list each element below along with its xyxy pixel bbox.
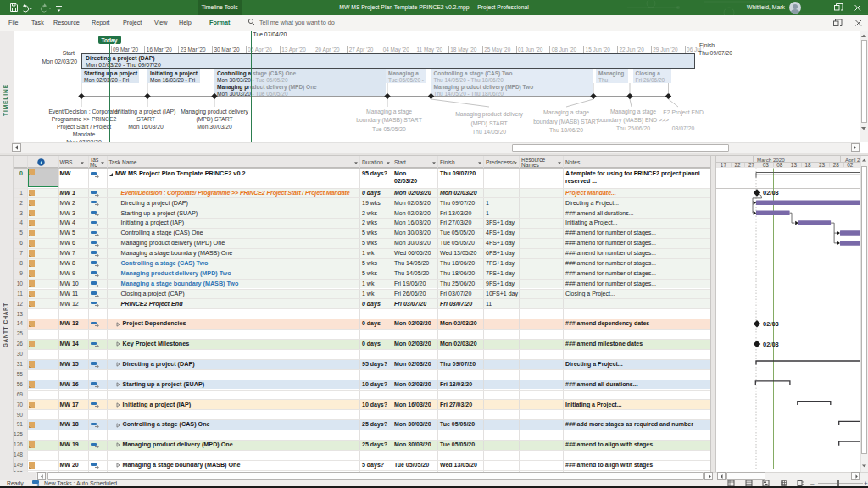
svg-text:02/03: 02/03: [763, 189, 779, 197]
svg-text:02/03: 02/03: [763, 320, 779, 328]
svg-text:02/03: 02/03: [763, 341, 779, 348]
svg-text:i: i: [41, 159, 42, 166]
